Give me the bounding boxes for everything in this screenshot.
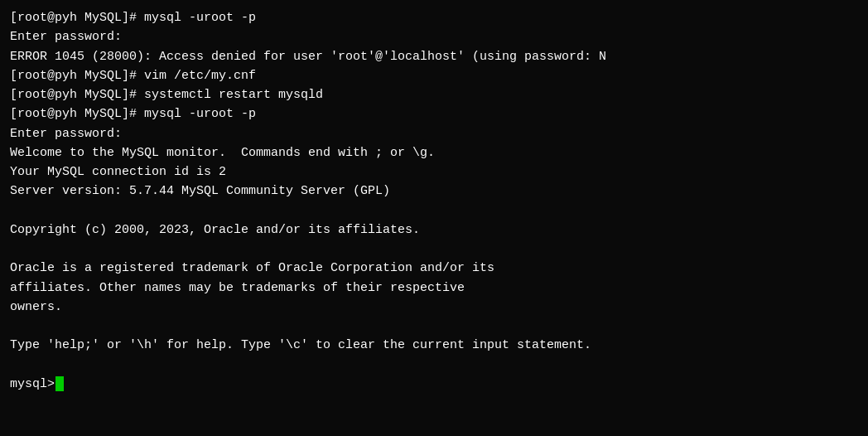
terminal-output-line: Oracle is a registered trademark of Orac… xyxy=(10,259,858,278)
terminal-command-line: [root@pyh MySQL]# mysql -uroot -p xyxy=(10,104,858,124)
terminal-output-line: Enter password: xyxy=(10,27,858,46)
terminal-output: [root@pyh MySQL]# mysql -uroot -pEnter p… xyxy=(10,8,858,394)
terminal-output-line: Type 'help;' or '\h' for help. Type '\c'… xyxy=(10,336,858,355)
mysql-prompt-line: mysql> xyxy=(10,375,858,394)
terminal-output-line: Copyright (c) 2000, 2023, Oracle and/or … xyxy=(10,220,858,240)
mysql-prompt-text: mysql> xyxy=(10,375,55,394)
terminal-output-line: affiliates. Other names may be trademark… xyxy=(10,279,858,298)
terminal-output-line: Your MySQL connection id is 2 xyxy=(10,162,858,182)
blank-line xyxy=(10,356,858,375)
terminal-output-line: Enter password: xyxy=(10,124,858,143)
terminal-cursor xyxy=(55,376,64,391)
terminal-command-line: [root@pyh MySQL]# mysql -uroot -p xyxy=(10,8,858,27)
terminal-output-line: ERROR 1045 (28000): Access denied for us… xyxy=(10,47,858,66)
terminal-output-line: Server version: 5.7.44 MySQL Community S… xyxy=(10,182,858,201)
terminal-output-line: owners. xyxy=(10,298,858,317)
blank-line xyxy=(10,317,858,336)
terminal-command-line: [root@pyh MySQL]# systemctl restart mysq… xyxy=(10,85,858,104)
blank-line xyxy=(10,201,858,220)
terminal-window: [root@pyh MySQL]# mysql -uroot -pEnter p… xyxy=(0,0,868,436)
terminal-output-line: Welcome to the MySQL monitor. Commands e… xyxy=(10,143,858,162)
terminal-command-line: [root@pyh MySQL]# vim /etc/my.cnf xyxy=(10,66,858,85)
blank-line xyxy=(10,240,858,259)
